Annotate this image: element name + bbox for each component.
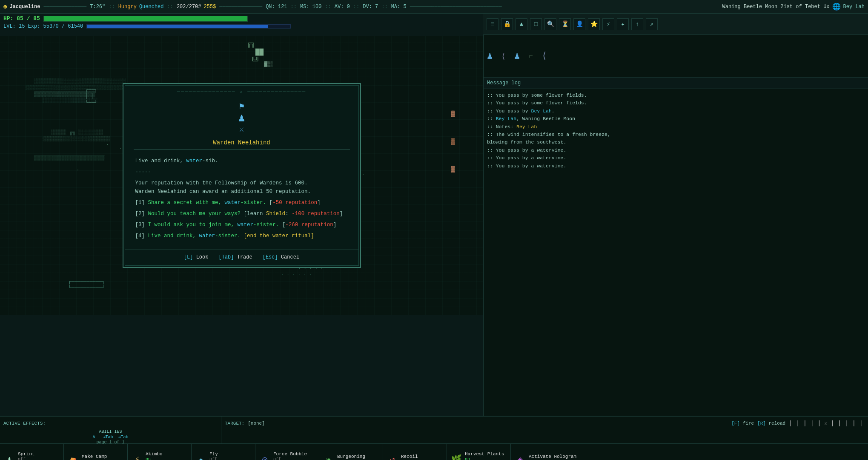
map-structure: │ │ — [85, 93, 95, 99]
dialog-top-decoration: ─────────────── ⬦ ─────────────── — [125, 86, 358, 95]
sprint-skill-icon: ♟ — [3, 454, 15, 460]
right-npc-3: ♟ — [514, 50, 520, 62]
hp-label: HP: 85 / 85 — [3, 15, 40, 22]
active-effects-label: ACTIVE EFFECTS: — [0, 417, 221, 430]
akimbo-name: Akimbo — [146, 451, 163, 457]
akimbo-state: on — [146, 457, 163, 460]
fire-label: [F] fire — [731, 421, 754, 426]
bubble-name: Force Bubble — [273, 451, 307, 457]
exp-label: LVL: 15 Exp: 55370 / 61540 — [3, 23, 83, 29]
toolbar-camera-icon[interactable]: □ — [530, 18, 542, 30]
toolbar-menu-icon[interactable]: ≡ — [487, 18, 498, 30]
fly-skill-info: Fly off <4> — [209, 451, 218, 460]
dialog-trade-button[interactable]: [Tab] Trade — [218, 254, 252, 260]
fly-state: off — [209, 457, 218, 460]
toolbar-lock-icon[interactable]: 🔒 — [501, 18, 513, 30]
map-structure: └──┘ — [85, 100, 97, 106]
bars-area: HP: 85 / 85 LVL: 15 Exp: 55370 / 61540 — [0, 14, 483, 36]
right-npc-4: ⌐ — [528, 52, 533, 60]
targets-label: TARGET: [none] — [221, 417, 726, 430]
exp-bar-container: LVL: 15 Exp: 55370 / 61540 — [3, 23, 480, 29]
map-structure2: ┌──────────┐ — [68, 279, 105, 285]
right-npc-2: ⟨ — [501, 52, 506, 61]
map-tile: ▒▒▒▒▒▒▒▒▒▒▒▒▒▒▒▒▒▒▒▒▒▒▒ — [34, 155, 105, 161]
dialog-look-button[interactable]: [L] Look — [184, 254, 209, 260]
npc-sprite: ⚑ ♟ ⚔ — [238, 102, 245, 135]
msg-8: :: You pass by a watervine. — [487, 154, 865, 162]
right-npc-1: ♟ — [487, 50, 493, 62]
msg-6: :: The wind intensifies to a fresh breez… — [487, 131, 865, 138]
skill-akimbo[interactable]: ⚡ Akimbo on <3> — [128, 444, 192, 460]
bottom-bar: ACTIVE EFFECTS: TARGET: [none] [F] fire … — [0, 416, 868, 460]
dialog-option-1[interactable]: [1] Share a secret with me, water-sister… — [135, 198, 348, 207]
recoil-name: Recoil — [401, 454, 418, 459]
msg-4: :: Bey Lah, Waning Beetle Moon — [487, 115, 865, 123]
toolbar-lightning-icon[interactable]: ⚡ — [602, 18, 614, 30]
skill-forcebubble[interactable]: ◎ Force Bubble off <5> — [255, 444, 319, 460]
watermark-area: THEGAMER — [824, 444, 868, 460]
dialog-divider — [134, 150, 350, 150]
dialog-cancel-button[interactable]: [Esc] Cancel — [263, 254, 299, 260]
burgeon-name: Burgeoning — [337, 454, 365, 459]
particle: · — [106, 142, 109, 147]
right-panel: Bey Lah ♟ ⟨ ♟ ⌐ ⟨ Message log :: You pas… — [483, 0, 868, 460]
recoil-skill-info: Recoil <7> — [401, 454, 418, 460]
skill-hologram[interactable]: ◈ Activate Hologram <9> — [511, 444, 583, 460]
msg-5: :: Notes: Bey Lah — [487, 123, 865, 131]
player-name: Jacqueline — [9, 4, 40, 10]
toolbar-character-icon[interactable]: 👤 — [573, 18, 585, 30]
dialog-option-3[interactable]: [3] I would ask you to join me, water-si… — [135, 221, 348, 229]
message-log-header: Message log — [484, 78, 868, 89]
toolbar-arrow-icon[interactable]: ↗ — [646, 18, 658, 30]
moon-info: Waning Beetle Moon 21st of Tebet Ux — [722, 4, 830, 10]
toolbar-star-icon[interactable]: ⭐ — [588, 18, 600, 30]
abilities-text: ABILITIES — [99, 429, 122, 434]
right-npc-5: ⟨ — [541, 50, 547, 62]
toolbar-map-icon[interactable]: ▲ — [516, 18, 527, 30]
fly-name: Fly — [209, 451, 218, 457]
reputation-line1: Your reputation with the Fellowship of W… — [135, 179, 348, 187]
msg-9: :: You pass by a watervine. — [487, 162, 865, 170]
harvest-state: on — [465, 457, 504, 460]
skill-harvestplants[interactable]: 🌿 Harvest Plants on <8> — [447, 444, 511, 460]
skill-makecamp[interactable]: ⛺ Make Camp <2> — [64, 444, 128, 460]
abilities-label: ABILITIES A ⇥Tab ⇥Tab page 1 of 1 — [0, 430, 221, 443]
skill-burgeoning[interactable]: ❧ Burgeoning <6> — [319, 444, 383, 460]
msg-2: :: You pass by some flower fields. — [487, 99, 865, 107]
fire-reload-area: [F] fire [R] reload | | | | | ⚔ | | | | … — [726, 417, 868, 430]
particle: · — [362, 172, 364, 177]
skill-recoil[interactable]: ↺ Recoil <7> — [383, 444, 447, 460]
camp-skill-info: Make Camp <2> — [82, 454, 107, 460]
toolbar-up-icon[interactable]: ↑ — [631, 18, 643, 30]
ammo-icon2: | | | | | — [831, 420, 863, 427]
msg-1: :: You pass by some flower fields. — [487, 92, 865, 99]
toolbar-diamond-icon[interactable]: ✦ — [617, 18, 629, 30]
mini-entities: ♟ ⟨ ♟ ⌐ ⟨ — [484, 35, 868, 78]
harvest-name: Harvest Plants — [465, 451, 504, 457]
skill-sprint[interactable]: ♟ Sprint off <1> — [0, 444, 64, 460]
side-entity: ▓ — [451, 110, 455, 117]
map-tile: ░░░░░░░░░░░░░░░░░░░░░░ — [43, 136, 110, 142]
skill-fly[interactable]: ✦ Fly off <4> — [192, 444, 255, 460]
dialog-inner-border: ─────────────── ⬦ ─────────────── ⚑ ♟ ⚔ … — [125, 85, 359, 266]
toolbar-timer-icon[interactable]: ⏳ — [559, 18, 571, 30]
harvest-skill-icon: 🌿 — [450, 454, 462, 460]
holo-skill-info: Activate Hologram <9> — [529, 454, 576, 460]
sprint-skill-info: Sprint off <1> — [18, 451, 35, 460]
hp-bar-container: HP: 85 / 85 — [3, 15, 480, 22]
dialog-dashes: ----- — [135, 169, 152, 175]
reputation-line2: Warden Neelahind can award an additional… — [135, 187, 348, 196]
particle: · — [119, 147, 122, 151]
sprint-name: Sprint — [18, 451, 35, 457]
mp-stat: 202/270# — [177, 4, 201, 10]
reload-label: [R] reload — [757, 421, 785, 426]
dialog-option-2[interactable]: [2] Would you teach me your ways? [learn… — [135, 210, 348, 218]
camp-skill-icon: ⛺ — [67, 454, 79, 460]
hp-bar — [43, 16, 248, 22]
map-tile: ░░░░░░░░░░░░░░░░░░░░░░░░░░░░░░░░░ — [26, 85, 127, 91]
akimbo-skill-info: Akimbo on <3> — [146, 451, 163, 460]
status-hungry: Hungry — [118, 4, 137, 10]
dialog-option-4[interactable]: [4] Live and drink, water-sister. [end t… — [135, 232, 348, 240]
msg-7: :: You pass by a watervine. — [487, 147, 865, 154]
toolbar-search-icon[interactable]: 🔍 — [544, 18, 556, 30]
